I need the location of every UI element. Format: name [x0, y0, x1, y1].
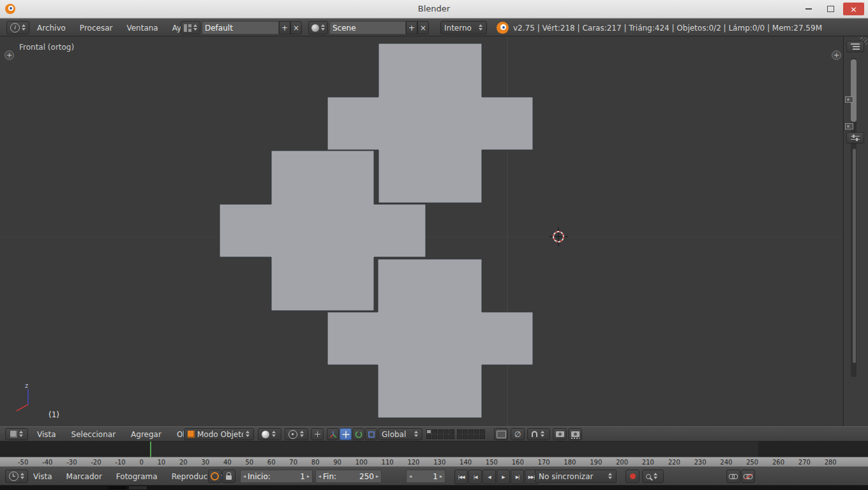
minimize-button[interactable] [799, 3, 818, 15]
layer-toggle[interactable] [480, 429, 485, 434]
layout-browse-button[interactable] [181, 21, 200, 34]
delete-keyframe-button[interactable] [741, 470, 755, 483]
properties-expand-button[interactable]: + [832, 50, 841, 60]
end-frame-value: 250 [359, 472, 374, 481]
outliner-scrollbar-thumb[interactable] [851, 59, 857, 122]
layer-toggle[interactable] [449, 429, 454, 434]
decrement-arrow-icon[interactable]: ◂ [318, 473, 321, 479]
orientation-dropdown[interactable]: Global [378, 428, 423, 440]
current-frame-value: 1 [433, 472, 438, 481]
restrict-view-icon[interactable] [845, 123, 853, 130]
toolshelf-expand-button[interactable]: + [4, 50, 14, 60]
sync-dropdown[interactable]: No sincronizar [535, 470, 617, 483]
layer-toggle[interactable] [449, 434, 454, 439]
menu-vista-timeline[interactable]: Vista [33, 472, 52, 481]
current-frame-marker[interactable] [150, 442, 151, 457]
translate-manipulator-button[interactable] [340, 428, 352, 440]
viewport-editor-selector[interactable] [5, 428, 28, 440]
menu-procesar[interactable]: Procesar [80, 24, 113, 33]
increment-arrow-icon[interactable]: ▸ [376, 473, 378, 479]
menu-marcador[interactable]: Marcador [66, 472, 102, 481]
layer-toggle[interactable] [432, 434, 437, 439]
chevron-updown-icon [20, 473, 25, 480]
scene-name-field[interactable]: Scene [329, 21, 406, 34]
increment-arrow-icon[interactable]: ▸ [440, 473, 442, 479]
layer-toggle[interactable] [432, 429, 437, 434]
layer-toggle[interactable] [426, 434, 431, 439]
layer-toggle[interactable] [457, 429, 462, 434]
layer-toggle[interactable] [444, 434, 449, 439]
manipulator-toggle[interactable] [327, 428, 339, 440]
properties-scrollbar-thumb[interactable] [853, 149, 856, 363]
layout-add-button[interactable]: + [279, 21, 290, 34]
viewport-3d[interactable]: z Frontal (ortog) (1) + + [0, 36, 843, 426]
outliner-editor-button[interactable] [846, 41, 864, 52]
pivot-align-toggle[interactable] [311, 428, 324, 440]
title-bar[interactable]: Blender × [0, 0, 868, 19]
layer-toggle[interactable] [463, 434, 468, 439]
layer-toggle[interactable] [426, 429, 431, 434]
end-frame-field[interactable]: ◂ Fin: 250 ▸ [315, 470, 382, 483]
decrement-arrow-icon[interactable]: ◂ [409, 473, 412, 479]
3d-cursor[interactable] [549, 227, 568, 246]
close-button[interactable]: × [843, 3, 864, 15]
menu-ventana[interactable]: Ventana [126, 24, 158, 33]
keying-set-dropdown[interactable] [642, 470, 664, 483]
lock-range-toggle[interactable] [222, 470, 236, 483]
current-frame-field[interactable]: ◂ 1 ▸ [406, 470, 445, 483]
insert-keyframe-button[interactable] [726, 470, 740, 483]
layer-toggle[interactable] [463, 429, 468, 434]
scene-delete-button[interactable]: × [417, 21, 429, 34]
opengl-render-anim-button[interactable] [568, 428, 582, 440]
layer-toggle[interactable] [474, 429, 479, 434]
snap-dropdown[interactable] [527, 428, 550, 440]
lock-to-scene-toggle[interactable] [494, 428, 508, 440]
menu-fotograma[interactable]: Fotograma [116, 472, 158, 481]
rotate-manipulator-button[interactable] [352, 428, 364, 440]
start-frame-field[interactable]: ◂ Inicio: 1 ▸ [240, 470, 313, 483]
layer-toggle[interactable] [474, 434, 479, 439]
layer-toggle[interactable] [468, 434, 474, 439]
menu-archivo[interactable]: Archivo [37, 24, 66, 33]
properties-icon [851, 135, 860, 141]
layer-toggle[interactable] [438, 429, 443, 434]
opengl-render-button[interactable] [553, 428, 567, 440]
play-reverse-button[interactable]: ◀ [483, 470, 496, 484]
preview-range-toggle[interactable] [208, 470, 221, 483]
menu-agregar[interactable]: Agregar [131, 430, 161, 439]
layout-name-field[interactable]: Default [202, 21, 279, 34]
play-button[interactable]: ▶ [497, 470, 510, 484]
editor-type-selector[interactable] [6, 21, 29, 34]
timeline-ruler[interactable]: -50-40-30-20-100102030405060708090100110… [0, 457, 868, 466]
render-engine-dropdown[interactable]: Interno [440, 21, 487, 34]
menu-seleccionar[interactable]: Seleccionar [71, 430, 116, 439]
previous-keyframe-button[interactable]: |◀ [468, 470, 482, 484]
timeline-band[interactable] [0, 442, 868, 457]
maximize-button[interactable] [821, 3, 840, 15]
scene-add-button[interactable]: + [406, 21, 417, 34]
viewport-canvas[interactable]: z [0, 36, 843, 426]
proportional-edit-toggle[interactable]: ∅ [511, 428, 525, 440]
shading-dropdown[interactable] [258, 428, 281, 440]
decrement-arrow-icon[interactable]: ◂ [243, 473, 246, 479]
render-visibility-icon[interactable] [845, 96, 853, 103]
playback-controls: |◀◀|◀◀▶▶|▶▶| [454, 470, 538, 484]
mode-dropdown[interactable]: Modo Objeto [184, 428, 254, 440]
layout-delete-button[interactable]: × [290, 21, 302, 34]
layer-toggle[interactable] [480, 434, 485, 439]
layer-toggle[interactable] [457, 434, 462, 439]
scene-browse-button[interactable] [308, 21, 328, 34]
properties-editor-button[interactable] [846, 132, 864, 144]
layer-toggle[interactable] [468, 429, 474, 434]
menu-vista-3d[interactable]: Vista [37, 430, 56, 439]
viewport-header: Vista Seleccionar Agregar Objeto Modo Ob… [0, 426, 868, 442]
jump-to-start-button[interactable]: |◀◀ [454, 470, 468, 484]
timeline-editor-selector[interactable] [5, 470, 28, 483]
increment-arrow-icon[interactable]: ▸ [307, 473, 310, 479]
scale-manipulator-button[interactable] [365, 428, 377, 440]
layer-toggle[interactable] [444, 429, 449, 434]
next-keyframe-button[interactable]: ▶| [511, 470, 524, 484]
pivot-dropdown[interactable] [285, 428, 308, 440]
layer-toggle[interactable] [438, 434, 443, 439]
auto-keyframe-toggle[interactable] [625, 470, 640, 483]
